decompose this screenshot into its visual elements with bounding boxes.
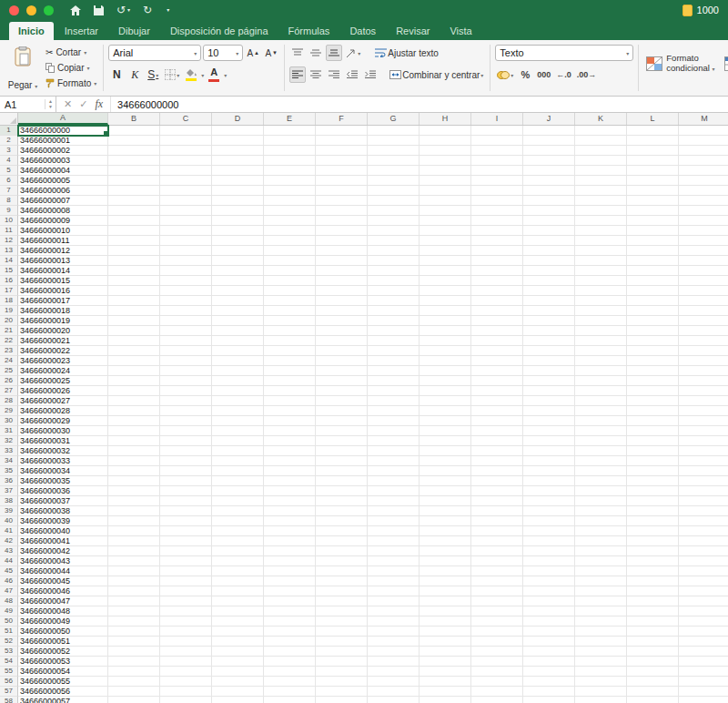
- row-header-55[interactable]: 55: [0, 667, 18, 677]
- cell-L35[interactable]: [627, 466, 679, 476]
- cell-I58[interactable]: [471, 697, 523, 703]
- cell-D15[interactable]: [212, 266, 264, 276]
- row-header-35[interactable]: 35: [0, 466, 18, 476]
- cell-I31[interactable]: [471, 426, 523, 436]
- cell-F53[interactable]: [316, 647, 368, 657]
- cell-M50[interactable]: [679, 616, 728, 627]
- cell-H26[interactable]: [420, 376, 471, 386]
- name-box-spinner[interactable]: ▲▼: [45, 99, 56, 109]
- cell-K6[interactable]: [575, 176, 627, 186]
- cell-B17[interactable]: [108, 286, 160, 296]
- paste-button[interactable]: Pegar ▾: [5, 44, 40, 91]
- cell-J37[interactable]: [523, 486, 575, 496]
- cell-M8[interactable]: [679, 196, 728, 206]
- cell-C44[interactable]: [160, 556, 212, 566]
- cell-C11[interactable]: [160, 226, 212, 236]
- cell-J32[interactable]: [523, 436, 575, 446]
- cell-H32[interactable]: [420, 436, 471, 446]
- cell-B28[interactable]: [108, 396, 160, 406]
- cell-D51[interactable]: [212, 627, 264, 637]
- cell-E23[interactable]: [264, 346, 316, 356]
- cell-G22[interactable]: [368, 336, 420, 346]
- cell-A36[interactable]: 34666000035: [18, 476, 108, 486]
- row-header-47[interactable]: 47: [0, 586, 18, 596]
- cell-M32[interactable]: [679, 436, 728, 446]
- cell-I48[interactable]: [471, 596, 523, 606]
- cell-M52[interactable]: [679, 637, 728, 647]
- cell-H48[interactable]: [420, 596, 471, 606]
- cell-G52[interactable]: [368, 637, 420, 647]
- redo-icon[interactable]: ↻: [143, 5, 152, 15]
- cell-J49[interactable]: [523, 606, 575, 616]
- cell-A12[interactable]: 34666000011: [18, 236, 108, 246]
- cell-D28[interactable]: [212, 396, 264, 406]
- cell-B37[interactable]: [108, 486, 160, 496]
- cell-A1[interactable]: 34666000000: [18, 126, 108, 136]
- cell-D39[interactable]: [212, 506, 264, 516]
- cell-J27[interactable]: [523, 386, 575, 396]
- cell-D26[interactable]: [212, 376, 264, 386]
- cell-E25[interactable]: [264, 366, 316, 376]
- cell-L44[interactable]: [627, 556, 679, 566]
- cell-F42[interactable]: [316, 536, 368, 546]
- cell-K48[interactable]: [575, 596, 627, 606]
- cell-G27[interactable]: [368, 386, 420, 396]
- cell-G14[interactable]: [368, 256, 420, 266]
- cell-K15[interactable]: [575, 266, 627, 276]
- cell-L7[interactable]: [627, 186, 679, 196]
- cell-G25[interactable]: [368, 366, 420, 376]
- cell-M34[interactable]: [679, 456, 728, 466]
- cell-A26[interactable]: 34666000025: [18, 376, 108, 386]
- cell-L48[interactable]: [627, 596, 679, 606]
- cell-M33[interactable]: [679, 446, 728, 456]
- tab-dibujar[interactable]: Dibujar: [109, 22, 159, 40]
- cell-D58[interactable]: [212, 697, 264, 703]
- cell-F26[interactable]: [316, 376, 368, 386]
- cell-C19[interactable]: [160, 306, 212, 316]
- cell-H44[interactable]: [420, 556, 471, 566]
- cell-A27[interactable]: 34666000026: [18, 386, 108, 396]
- cell-A49[interactable]: 34666000048: [18, 606, 108, 616]
- cell-D40[interactable]: [212, 516, 264, 526]
- cell-G31[interactable]: [368, 426, 420, 436]
- cell-K40[interactable]: [575, 516, 627, 526]
- column-header-H[interactable]: H: [420, 113, 471, 125]
- cell-E30[interactable]: [264, 416, 316, 426]
- cell-E4[interactable]: [264, 156, 316, 166]
- cell-L3[interactable]: [627, 146, 679, 156]
- cell-H41[interactable]: [420, 526, 471, 536]
- cell-M49[interactable]: [679, 606, 728, 616]
- cell-A9[interactable]: 34666000008: [18, 206, 108, 216]
- cell-M53[interactable]: [679, 647, 728, 657]
- column-header-J[interactable]: J: [523, 113, 575, 125]
- cell-D55[interactable]: [212, 667, 264, 677]
- cell-K13[interactable]: [575, 246, 627, 256]
- cell-B48[interactable]: [108, 596, 160, 606]
- cell-I21[interactable]: [471, 326, 523, 336]
- cell-B6[interactable]: [108, 176, 160, 186]
- cell-E5[interactable]: [264, 166, 316, 176]
- cell-A6[interactable]: 34666000005: [18, 176, 108, 186]
- cell-G56[interactable]: [368, 677, 420, 687]
- cell-E41[interactable]: [264, 526, 316, 536]
- row-header-25[interactable]: 25: [0, 366, 18, 376]
- cell-C48[interactable]: [160, 596, 212, 606]
- cell-I42[interactable]: [471, 536, 523, 546]
- cell-B36[interactable]: [108, 476, 160, 486]
- cell-L11[interactable]: [627, 226, 679, 236]
- cell-E51[interactable]: [264, 627, 316, 637]
- cell-F1[interactable]: [316, 126, 368, 136]
- cell-I40[interactable]: [471, 516, 523, 526]
- cell-H2[interactable]: [420, 136, 471, 146]
- row-header-1[interactable]: 1: [0, 126, 18, 136]
- cell-B39[interactable]: [108, 506, 160, 516]
- cell-F8[interactable]: [316, 196, 368, 206]
- cell-M44[interactable]: [679, 556, 728, 566]
- cell-A40[interactable]: 34666000039: [18, 516, 108, 526]
- cell-K30[interactable]: [575, 416, 627, 426]
- cell-G12[interactable]: [368, 236, 420, 246]
- cell-A53[interactable]: 34666000052: [18, 647, 108, 657]
- cell-K26[interactable]: [575, 376, 627, 386]
- cell-G6[interactable]: [368, 176, 420, 186]
- cell-J58[interactable]: [523, 697, 575, 703]
